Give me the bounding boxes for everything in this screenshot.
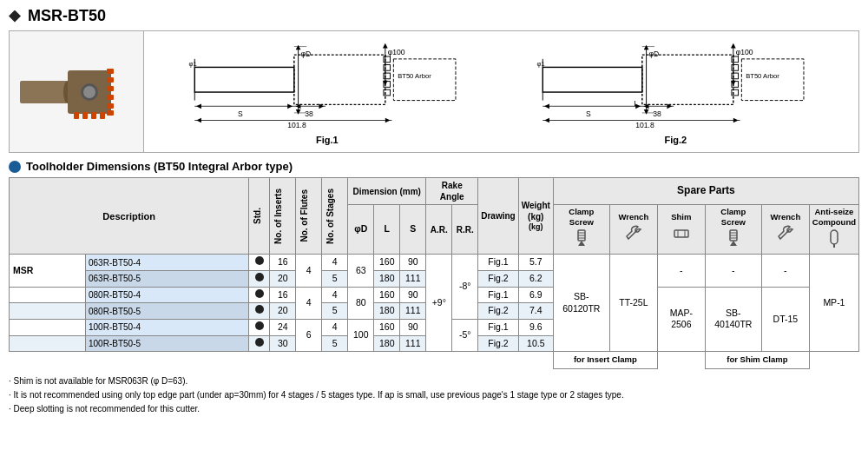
- svg-text:φ100: φ100: [736, 48, 753, 56]
- svg-text:φ100: φ100: [387, 48, 404, 56]
- inserts-1: 16: [270, 255, 296, 271]
- std-dot-6: [249, 335, 270, 352]
- header-section: φD φ100: [9, 30, 859, 153]
- svg-rect-62: [642, 55, 733, 104]
- th-clamp-screw1: Clamp Screw: [553, 205, 609, 255]
- note-1: · Shim is not available for MSR063R (φ D…: [9, 374, 859, 388]
- svg-rect-9: [74, 112, 79, 119]
- product-image: [10, 31, 144, 152]
- svg-marker-51: [644, 109, 649, 115]
- svg-marker-45: [196, 118, 201, 123]
- th-phi-d: φD: [348, 205, 374, 255]
- drawing-080r-4: Fig.1: [478, 287, 518, 303]
- clamp2-dash1: -: [705, 255, 761, 287]
- wrench2-dt15: DT-15: [761, 287, 809, 352]
- clamp-screw-icon: [571, 228, 592, 249]
- weight-100r-5: 10.5: [518, 335, 553, 352]
- svg-marker-38: [287, 103, 293, 109]
- svg-text:φD: φD: [300, 50, 311, 58]
- svg-rect-65: [732, 73, 739, 79]
- drawing-100r-4: Fig.1: [478, 319, 518, 335]
- stages-080r-4: 4: [322, 287, 348, 303]
- label-spacer: [10, 352, 554, 368]
- th-std: Std.: [249, 178, 270, 255]
- stages-100r-5: 5: [322, 335, 348, 352]
- svg-rect-6: [107, 95, 114, 100]
- svg-marker-37: [196, 103, 201, 109]
- diagrams-section: φD φ100: [144, 31, 858, 152]
- shim-icon: [671, 223, 692, 244]
- svg-rect-10: [82, 112, 88, 119]
- ar-all: +9°: [426, 255, 452, 352]
- svg-rect-31: [384, 73, 391, 79]
- svg-marker-71: [544, 103, 549, 109]
- std-dot-4: [249, 303, 270, 320]
- section-title: Toolholder Dimensions (BT50 Integral Arb…: [26, 160, 293, 173]
- part-name-080r-4: 080R-BT50-4: [86, 287, 249, 303]
- svg-marker-17: [295, 109, 300, 115]
- th-shim: Shim: [657, 205, 705, 255]
- page-container: MSR-BT50: [0, 0, 868, 423]
- svg-rect-97: [831, 230, 838, 244]
- wrench2-dash1: -: [761, 255, 809, 287]
- th-rr: R.R.: [452, 205, 478, 255]
- drawing-080r-5: Fig.2: [478, 303, 518, 320]
- svg-rect-12: [100, 112, 105, 119]
- rr-first4: -8°: [452, 255, 478, 320]
- phid-100r: 100: [348, 319, 374, 351]
- svg-text:S: S: [238, 109, 243, 118]
- shim-dash1: -: [657, 255, 705, 287]
- svg-text:φ1: φ1: [537, 60, 545, 68]
- flutes-100r: 6: [296, 319, 322, 351]
- s-063r-5: 111: [400, 270, 426, 287]
- anti-mp1: MP-1: [809, 255, 858, 352]
- std-dot-5: [249, 319, 270, 335]
- part-name-100r-5: 100R-BT50-5: [86, 335, 249, 352]
- fig2-container: φD φ100: [502, 38, 851, 145]
- fig1-label: Fig.1: [153, 135, 502, 145]
- title-icon: [9, 10, 21, 23]
- th-no-flutes: No. of Flutes: [296, 178, 322, 255]
- stages-063r-4: 4: [322, 255, 348, 271]
- th-dimension: Dimension (mm): [348, 178, 426, 205]
- inserts-4: 20: [270, 303, 296, 320]
- svg-text:38: 38: [653, 109, 661, 118]
- clamp-screw2-icon: [723, 228, 744, 249]
- notes-section: · Shim is not available for MSR063R (φ D…: [9, 374, 859, 416]
- svg-marker-46: [385, 118, 391, 123]
- label-row: for Insert Clamp for Shim Clamp: [10, 352, 859, 368]
- fig2-label: Fig.2: [502, 135, 851, 145]
- shim-map2506: MAP-2506: [657, 287, 705, 352]
- inserts-3: 16: [270, 287, 296, 303]
- svg-text:BT50 Arbor: BT50 Arbor: [398, 72, 431, 80]
- th-wrench2: Wrench: [761, 205, 809, 255]
- table-row: MSR 063R-BT50-4 16 4 4 63 160 90 +9° -8°…: [10, 255, 859, 271]
- for-shim-clamp-label: for Shim Clamp: [705, 352, 809, 368]
- th-anti: Anti-seize Compound: [809, 205, 858, 255]
- th-clamp-screw2: Clamp Screw: [705, 205, 761, 255]
- weight-063r-5: 6.2: [518, 270, 553, 287]
- weight-080r-4: 6.9: [518, 287, 553, 303]
- svg-marker-88: [578, 241, 585, 246]
- svg-rect-89: [674, 230, 688, 237]
- note-2: · It is not recommended using only top e…: [9, 388, 859, 402]
- product-image-svg: [20, 53, 133, 131]
- weight-100r-4: 9.6: [518, 319, 553, 335]
- flutes-063r: 4: [296, 255, 322, 287]
- inserts-2: 20: [270, 270, 296, 287]
- svg-rect-59: [543, 67, 643, 92]
- svg-rect-0: [20, 81, 68, 103]
- s-100r-5: 111: [400, 335, 426, 352]
- svg-rect-3: [107, 69, 114, 74]
- empty-col2: [809, 352, 858, 368]
- msr-empty-2: [10, 303, 86, 320]
- th-description: Description: [10, 178, 249, 255]
- phid-080r: 80: [348, 287, 374, 319]
- weight-080r-5: 7.4: [518, 303, 553, 320]
- th-spare-parts: Spare Parts: [553, 178, 858, 205]
- svg-text:38: 38: [305, 109, 313, 118]
- part-name-063r-5: 063R-BT50-5: [86, 270, 249, 287]
- stages-063r-5: 5: [322, 270, 348, 287]
- svg-rect-28: [294, 55, 385, 104]
- section-heading: Toolholder Dimensions (BT50 Integral Arb…: [9, 160, 859, 173]
